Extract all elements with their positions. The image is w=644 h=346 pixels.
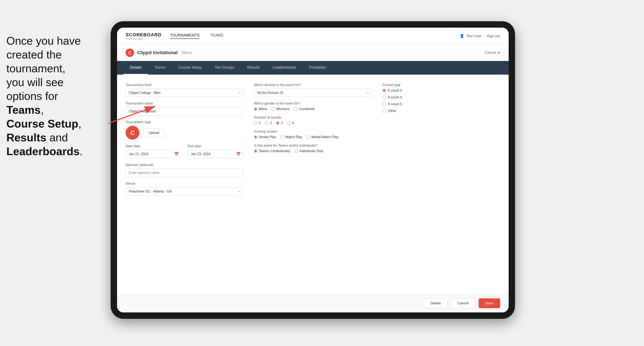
gender-combined-radio[interactable] xyxy=(294,107,297,111)
end-date-input[interactable] xyxy=(188,150,244,158)
sponsor-label: Sponsor (optional) xyxy=(126,163,243,167)
rounds-4-radio[interactable] xyxy=(287,121,290,125)
tab-printables[interactable]: Printables xyxy=(303,61,332,75)
nav-teams[interactable]: TEAMS xyxy=(210,33,224,39)
scoring-medal-match-radio[interactable] xyxy=(306,135,310,139)
format-6count4-radio[interactable] xyxy=(382,96,386,99)
rounds-2[interactable]: 2 xyxy=(265,121,272,125)
individuals-only[interactable]: Individuals Only xyxy=(294,149,324,153)
tablet-screen: SCOREBOARD Powered by clippd TOURNAMENTS… xyxy=(117,28,509,312)
user-name[interactable]: Test User xyxy=(466,34,482,38)
venue-select[interactable]: Peachtree GC - Atlanta - GA xyxy=(126,187,243,195)
gender-group: Which gender is the event for? Mens Wome… xyxy=(254,102,372,111)
teams-group: Is this event for Teams and/or Individua… xyxy=(254,144,372,153)
format-6count4[interactable]: 6 count 4 xyxy=(382,95,500,99)
start-date-input[interactable] xyxy=(126,150,181,158)
teams-label: Is this event for Teams and/or Individua… xyxy=(254,144,372,148)
tab-teams[interactable]: Teams xyxy=(148,61,172,75)
form-left-section: Tournament Host Clippd College - Men Tou… xyxy=(126,83,243,195)
start-date-wrapper: 📅 xyxy=(126,150,181,158)
scoring-stroke-radio[interactable] xyxy=(254,135,257,139)
instruction-text: Once you have created the tournament, yo… xyxy=(0,30,102,163)
teams-plus-radio[interactable] xyxy=(254,149,257,153)
division-group: Which division is the event for? NCAA Di… xyxy=(254,83,372,97)
user-navigation: 👤 Test User | Sign out xyxy=(460,34,500,38)
rounds-radio-group: 1 2 3 4 xyxy=(254,121,372,125)
rounds-3-radio[interactable] xyxy=(276,121,280,125)
rounds-1[interactable]: 1 xyxy=(254,121,261,125)
start-date-icon: 📅 xyxy=(174,152,179,157)
rounds-3[interactable]: 3 xyxy=(276,121,283,125)
teams-plus-individuals[interactable]: Teams (+Individuals) xyxy=(254,149,290,153)
format-5count4-radio[interactable] xyxy=(382,89,386,92)
sign-out-link[interactable]: Sign out xyxy=(487,34,500,38)
division-select[interactable]: NCAA Division III xyxy=(254,89,372,97)
rounds-2-radio[interactable] xyxy=(265,121,268,125)
tournament-title-row: C Clippd Invitational (Men) xyxy=(126,48,192,57)
host-select[interactable]: Clippd College - Men xyxy=(126,89,243,97)
format-other[interactable]: Other xyxy=(382,109,500,113)
form-middle-section: Which division is the event for? NCAA Di… xyxy=(254,83,372,195)
rounds-label: Number of rounds xyxy=(254,116,372,119)
nav-pipe: | xyxy=(484,34,484,38)
end-date-group: End date 📅 xyxy=(188,144,244,158)
start-date-group: Start date 📅 xyxy=(126,144,181,158)
tab-results[interactable]: Results xyxy=(241,61,266,75)
logo-area: SCOREBOARD Powered by clippd xyxy=(126,32,162,40)
format-label: Format type xyxy=(382,83,500,87)
start-date-label: Start date xyxy=(126,144,181,148)
delete-button[interactable]: Delete xyxy=(424,298,447,308)
gender-combined[interactable]: Combined xyxy=(294,107,314,111)
tablet-frame: SCOREBOARD Powered by clippd TOURNAMENTS… xyxy=(111,21,515,319)
format-options: 5 count 4 6 count 4 6 count 5 xyxy=(382,89,500,113)
format-6count5[interactable]: 6 count 5 xyxy=(382,102,500,106)
format-6count5-radio[interactable] xyxy=(382,102,386,106)
nav-tournaments[interactable]: TOURNAMENTS xyxy=(170,33,200,39)
logo-text: SCOREBOARD xyxy=(126,32,162,38)
rounds-1-radio[interactable] xyxy=(254,121,257,125)
top-navigation: SCOREBOARD Powered by clippd TOURNAMENTS… xyxy=(117,28,509,45)
user-avatar-icon: 👤 xyxy=(460,34,464,38)
tab-details[interactable]: Details xyxy=(124,61,148,75)
tab-leaderboards[interactable]: Leaderboards xyxy=(266,61,303,75)
scoring-stroke[interactable]: Stroke Play xyxy=(254,135,276,139)
nav-left: SCOREBOARD Powered by clippd TOURNAMENTS… xyxy=(126,32,224,40)
scoring-medal-match[interactable]: Medal Match Play xyxy=(306,135,338,139)
end-date-label: End date xyxy=(188,144,244,148)
rounds-4[interactable]: 4 xyxy=(287,121,294,125)
scoring-match-radio[interactable] xyxy=(280,135,284,139)
format-5count4[interactable]: 5 count 4 xyxy=(382,89,500,92)
upload-button[interactable]: Upload xyxy=(144,129,164,137)
host-label: Tournament Host xyxy=(126,83,243,87)
individuals-only-radio[interactable] xyxy=(294,149,298,153)
nav-links: TOURNAMENTS TEAMS xyxy=(170,33,224,39)
logo-upload-area: C Upload xyxy=(126,126,243,140)
save-button[interactable]: Save xyxy=(479,298,500,308)
host-group: Tournament Host Clippd College - Men xyxy=(126,83,243,97)
tab-course-setup[interactable]: Course Setup xyxy=(172,61,208,75)
teams-radio-group: Teams (+Individuals) Individuals Only xyxy=(254,149,372,153)
scoring-match[interactable]: Match Play xyxy=(280,135,302,139)
gender-mens-radio[interactable] xyxy=(254,107,257,111)
rounds-group: Number of rounds 1 2 xyxy=(254,116,372,125)
gender-label: Which gender is the event for? xyxy=(254,102,372,105)
format-other-radio[interactable] xyxy=(382,109,386,113)
svg-line-1 xyxy=(108,106,155,123)
scoring-group: Scoring system Stroke Play Match Play xyxy=(254,130,372,139)
gender-womens[interactable]: Womens xyxy=(271,107,290,111)
gender-mens[interactable]: Mens xyxy=(254,107,267,111)
gender-womens-radio[interactable] xyxy=(271,107,275,111)
form-grid: Tournament Host Clippd College - Men Tou… xyxy=(126,83,500,195)
tournament-gender: (Men) xyxy=(182,51,192,55)
logo-circle: C xyxy=(126,126,140,140)
sponsor-input[interactable] xyxy=(126,169,243,177)
division-label: Which division is the event for? xyxy=(254,83,372,87)
end-date-icon: 📅 xyxy=(236,152,241,157)
tab-tee-groups[interactable]: Tee Groups xyxy=(208,61,241,75)
cancel-button[interactable]: Cancel ✕ xyxy=(484,51,500,55)
arrow-indicator xyxy=(104,102,164,128)
tournament-icon: C xyxy=(126,48,134,57)
bottom-bar: Delete Cancel Save xyxy=(117,294,509,312)
venue-label: Venue xyxy=(126,182,243,185)
cancel-form-button[interactable]: Cancel xyxy=(451,298,475,308)
